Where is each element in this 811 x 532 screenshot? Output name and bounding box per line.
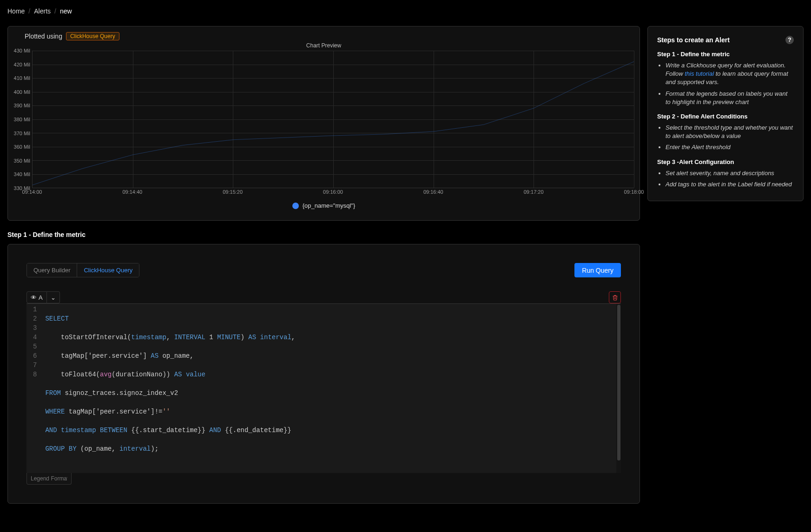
y-tick: 390 Mil	[14, 103, 30, 108]
code-content[interactable]: SELECT toStartOfInterval(timestamp, INTE…	[41, 304, 621, 473]
toggle-query-visibility-button[interactable]: 👁 A	[26, 291, 47, 303]
step1-bullet: Format the legends based on labels you w…	[666, 90, 794, 106]
breadcrumb-sep: /	[28, 7, 30, 15]
y-tick: 340 Mil	[14, 171, 30, 177]
eye-icon: 👁	[31, 294, 37, 301]
step3-heading: Step 3 -Alert Configuration	[657, 158, 794, 165]
x-tick: 09:14:00	[22, 189, 42, 195]
y-tick: 370 Mil	[14, 131, 30, 136]
step1-bullet: Write a Clickhouse query for alert evalu…	[666, 61, 794, 87]
step3-bullet: Set alert severity, name and description…	[666, 169, 794, 177]
step2-heading: Step 2 - Define Alert Conditions	[657, 113, 794, 120]
query-letter-label: A	[39, 294, 43, 301]
chart-title: Chart Preview	[13, 42, 634, 49]
y-tick: 350 Mil	[14, 158, 30, 164]
y-tick: 360 Mil	[14, 144, 30, 150]
step1-heading: Step 1 - Define the metric	[657, 51, 794, 58]
steps-title: Steps to create an Alert	[657, 36, 730, 44]
chevron-down-icon: ⌄	[51, 294, 56, 301]
step2-bullet: Select the threshold type and whether yo…	[666, 124, 794, 140]
query-mode-tag: ClickHouse Query	[66, 32, 119, 40]
line-gutter: 12345678	[26, 304, 41, 473]
x-tick: 09:18:00	[624, 189, 644, 195]
breadcrumb: Home / Alerts / new	[7, 7, 804, 15]
plotted-using-label: Plotted using	[25, 33, 62, 40]
legend-label: {op_name="mysql"}	[303, 202, 356, 209]
y-axis: 430 Mil 420 Mil 410 Mil 400 Mil 390 Mil …	[13, 51, 32, 188]
chart-legend[interactable]: {op_name="mysql"}	[13, 202, 634, 209]
x-axis: 09:14:00 09:14:40 09:15:20 09:16:00 09:1…	[32, 188, 634, 196]
tutorial-link[interactable]: this tutorial	[685, 70, 714, 77]
step3-bullet: Add tags to the alert in the Label field…	[666, 180, 794, 189]
query-editor-panel: Query Builder ClickHouse Query Run Query…	[7, 244, 640, 504]
delete-query-button[interactable]	[609, 291, 621, 303]
breadcrumb-current: new	[60, 7, 72, 15]
x-tick: 09:14:40	[122, 189, 142, 195]
y-tick: 410 Mil	[14, 75, 30, 81]
step2-bullet: Enter the Alert threshold	[666, 143, 794, 151]
x-tick: 09:17:20	[524, 189, 544, 195]
chart-area[interactable]: 430 Mil 420 Mil 410 Mil 400 Mil 390 Mil …	[13, 51, 634, 188]
tab-clickhouse-query[interactable]: ClickHouse Query	[77, 263, 139, 277]
trash-icon	[612, 295, 618, 301]
tab-query-builder[interactable]: Query Builder	[27, 263, 77, 277]
run-query-button[interactable]: Run Query	[574, 263, 621, 277]
x-tick: 09:16:40	[423, 189, 443, 195]
y-tick: 380 Mil	[14, 117, 30, 122]
query-mode-tabs: Query Builder ClickHouse Query	[26, 263, 139, 277]
legend-format-input[interactable]	[26, 473, 72, 485]
scrollbar[interactable]	[616, 304, 621, 473]
section-title-step1: Step 1 - Define the metric	[7, 231, 640, 238]
chart-preview-panel: Plotted using ClickHouse Query Chart Pre…	[7, 26, 640, 221]
x-tick: 09:15:20	[223, 189, 243, 195]
code-editor[interactable]: 12345678 SELECT toStartOfInterval(timest…	[26, 303, 621, 473]
legend-dot-icon	[292, 203, 299, 209]
y-tick: 430 Mil	[14, 48, 30, 53]
y-tick: 420 Mil	[14, 62, 30, 67]
plot-region[interactable]	[32, 51, 634, 188]
x-tick: 09:16:00	[323, 189, 343, 195]
line-series	[33, 51, 634, 188]
help-icon[interactable]: ?	[785, 36, 794, 44]
breadcrumb-alerts[interactable]: Alerts	[34, 7, 51, 15]
breadcrumb-sep: /	[54, 7, 56, 15]
y-tick: 400 Mil	[14, 89, 30, 95]
breadcrumb-home[interactable]: Home	[7, 7, 25, 15]
steps-panel: Steps to create an Alert ? Step 1 - Defi…	[647, 26, 804, 201]
collapse-query-button[interactable]: ⌄	[47, 291, 60, 303]
